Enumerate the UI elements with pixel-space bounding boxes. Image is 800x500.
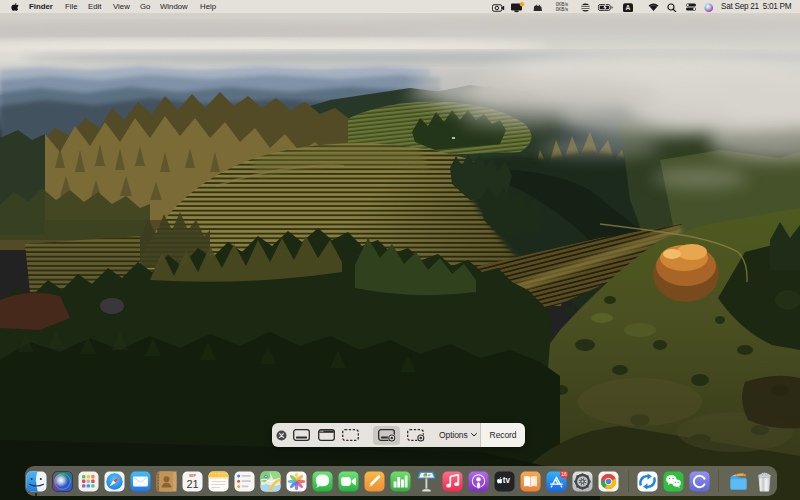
svg-text:A: A — [626, 4, 631, 11]
svg-text:tv: tv — [503, 476, 511, 485]
svg-text:21: 21 — [186, 477, 198, 489]
svg-text:16: 16 — [561, 471, 567, 476]
